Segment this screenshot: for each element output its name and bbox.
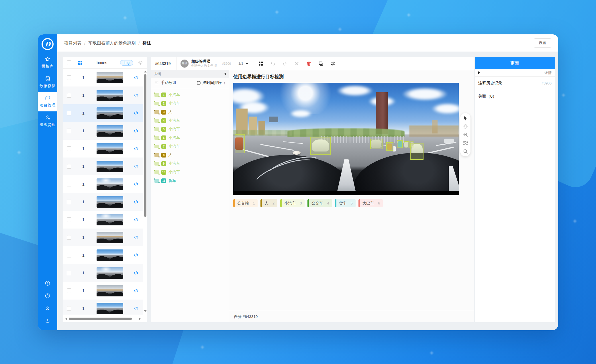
reset-icon[interactable] [294, 61, 299, 66]
file-row[interactable]: 1 [63, 193, 143, 211]
file-row[interactable]: 1 [63, 104, 143, 122]
sidebar-item-data-storage[interactable]: 数据存储 [38, 72, 57, 92]
row-checkbox[interactable] [67, 306, 71, 311]
outline-item[interactable]: 7 小汽车 [151, 142, 229, 151]
redo-icon[interactable] [282, 61, 287, 66]
help-icon[interactable] [45, 293, 50, 299]
fit-to-screen-icon[interactable] [463, 140, 468, 146]
label-chip[interactable]: 小汽车 3 [280, 199, 305, 207]
code-icon[interactable] [134, 306, 138, 310]
select-cursor-icon[interactable] [463, 115, 468, 121]
code-icon[interactable] [134, 218, 138, 222]
image-thumbnail[interactable] [97, 72, 123, 83]
outline-item[interactable]: 2 小汽车 [151, 99, 229, 108]
image-thumbnail[interactable] [97, 285, 123, 296]
code-icon[interactable] [134, 129, 138, 133]
outline-item[interactable]: 5 小汽车 [151, 125, 229, 133]
scroll-left-arrow[interactable] [65, 317, 67, 320]
row-checkbox[interactable] [67, 288, 71, 293]
row-checkbox[interactable] [67, 235, 71, 240]
settings-button[interactable]: 设置 [534, 38, 551, 48]
play-icon[interactable] [478, 71, 480, 74]
delete-icon[interactable] [306, 61, 311, 66]
info-icon[interactable] [45, 280, 50, 286]
file-row[interactable]: 1 [63, 86, 143, 104]
undo-icon[interactable] [270, 61, 275, 66]
outline-item[interactable]: 8 人 [151, 151, 229, 159]
row-checkbox[interactable] [67, 271, 71, 275]
manual-group-label[interactable]: 手动分组 [161, 80, 176, 85]
scroll-right-arrow[interactable] [139, 317, 141, 320]
app-logo[interactable]: D [42, 38, 54, 50]
code-icon[interactable] [134, 147, 138, 151]
file-row[interactable]: 1 [63, 264, 143, 282]
image-thumbnail[interactable] [97, 214, 123, 225]
scroll-up-arrow[interactable] [144, 71, 147, 72]
code-icon[interactable] [134, 289, 138, 293]
image-thumbnail[interactable] [97, 267, 123, 279]
code-icon[interactable] [134, 164, 138, 168]
collapse-panel-icon[interactable] [224, 72, 226, 75]
label-chip[interactable]: 人 2 [260, 199, 277, 207]
image-thumbnail[interactable] [97, 90, 123, 101]
scroll-down-arrow[interactable] [144, 310, 147, 312]
image-thumbnail[interactable] [97, 107, 123, 119]
code-icon[interactable] [134, 93, 138, 97]
code-icon[interactable] [134, 182, 138, 186]
code-icon[interactable] [134, 200, 138, 204]
outline-item[interactable]: 9 小汽车 [151, 159, 229, 168]
avatar[interactable]: 超级 [181, 60, 189, 68]
row-checkbox[interactable] [67, 75, 71, 80]
image-thumbnail[interactable] [97, 161, 123, 172]
bounding-box-region[interactable] [235, 134, 245, 153]
outline-item[interactable]: 11 货车 [151, 176, 229, 185]
swap-icon[interactable] [330, 61, 336, 66]
code-icon[interactable] [134, 235, 138, 239]
grid-view-icon[interactable] [78, 60, 83, 65]
copy-icon[interactable] [318, 61, 324, 66]
vertical-scroll-thumb[interactable] [144, 74, 146, 217]
label-chip[interactable]: 公交车 4 [307, 199, 332, 207]
label-chip[interactable]: 货车 5 [335, 199, 356, 207]
outline-item[interactable]: 10 小汽车 [151, 168, 229, 176]
image-thumbnail[interactable] [97, 125, 123, 137]
pan-hand-icon[interactable] [463, 124, 468, 129]
file-row[interactable]: 1 [63, 175, 143, 193]
outline-item[interactable]: 3 人 [151, 108, 229, 116]
zoom-in-icon[interactable] [463, 132, 468, 137]
chevron-down-icon[interactable] [246, 63, 248, 64]
row-checkbox[interactable] [67, 253, 71, 257]
annotation-image[interactable] [233, 83, 459, 195]
breadcrumb-project-name[interactable]: 车载图看前方的景色辨别 [88, 40, 136, 46]
row-checkbox[interactable] [67, 93, 71, 98]
image-thumbnail[interactable] [97, 232, 123, 243]
img-type-pill[interactable]: img [120, 60, 133, 66]
row-checkbox[interactable] [67, 182, 71, 186]
update-button[interactable]: 更新 [475, 57, 555, 69]
vertical-scrollbar[interactable] [143, 69, 147, 315]
select-all-checkbox[interactable] [67, 60, 71, 65]
code-icon[interactable] [134, 271, 138, 275]
row-checkbox[interactable] [67, 146, 71, 151]
label-chip[interactable]: 大巴车 6 [358, 199, 383, 207]
code-icon[interactable] [134, 111, 138, 115]
row-checkbox[interactable] [67, 129, 71, 133]
sidebar-item-project-management[interactable]: 项目管理 [38, 92, 57, 111]
outline-item[interactable]: 4 小汽车 [151, 116, 229, 125]
row-checkbox[interactable] [67, 111, 71, 115]
power-icon[interactable] [45, 318, 50, 324]
code-icon[interactable] [134, 253, 138, 257]
file-row[interactable]: 1 [63, 229, 143, 246]
zoom-out-icon[interactable] [463, 149, 468, 154]
row-checkbox[interactable] [67, 164, 71, 169]
sort-control[interactable]: 按时间排序 ↑ [197, 80, 226, 85]
horizontal-scroll-thumb[interactable] [69, 318, 132, 320]
bounding-box-region[interactable] [370, 139, 383, 149]
outline-item[interactable]: 1 小汽车 [151, 90, 229, 99]
row-checkbox[interactable] [67, 217, 71, 222]
bounding-box-region[interactable] [397, 140, 403, 148]
file-row[interactable]: 1 [63, 158, 143, 175]
bounding-box-region[interactable] [386, 142, 393, 151]
horizontal-scrollbar[interactable] [63, 315, 143, 322]
view-settings-icon[interactable] [258, 61, 263, 66]
